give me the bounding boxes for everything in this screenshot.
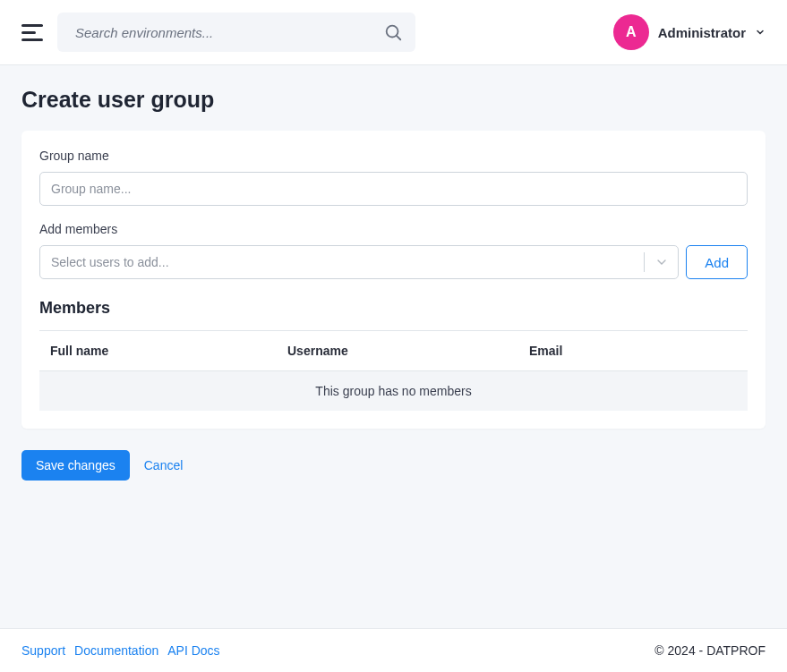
action-bar: Save changes Cancel [21,450,766,481]
group-name-field: Group name [39,149,748,206]
api-docs-link[interactable]: API Docs [167,643,219,658]
avatar: A [613,14,649,50]
select-placeholder: Select users to add... [40,255,644,269]
group-name-label: Group name [39,149,748,163]
add-button[interactable]: Add [686,245,748,279]
search-icon[interactable] [383,22,403,42]
footer-links: Support Documentation API Docs [21,643,220,658]
members-table: Full name Username Email This group has … [39,330,748,411]
page-title: Create user group [21,87,766,113]
save-button[interactable]: Save changes [21,450,130,481]
search-input[interactable] [57,13,415,52]
support-link[interactable]: Support [21,643,65,658]
column-fullname: Full name [50,344,287,358]
empty-state: This group has no members [39,371,748,411]
cancel-button[interactable]: Cancel [144,458,184,472]
form-card: Group name Add members Select users to a… [21,131,766,429]
app-footer: Support Documentation API Docs © 2024 - … [0,628,787,672]
search-wrap [57,13,415,52]
user-menu[interactable]: A Administrator [613,14,766,50]
column-username: Username [287,344,529,358]
svg-line-1 [397,36,400,39]
add-members-label: Add members [39,222,748,236]
footer-copyright: © 2024 - DATPROF [654,643,766,658]
main-content: Create user group Group name Add members… [0,65,787,628]
select-users-dropdown[interactable]: Select users to add... [39,245,679,279]
menu-toggle-button[interactable] [21,21,43,45]
table-header: Full name Username Email [39,330,748,371]
add-members-field: Add members Select users to add... Add [39,222,748,279]
app-header: A Administrator [0,0,787,65]
chevron-down-icon [755,27,766,38]
group-name-input[interactable] [39,172,748,206]
avatar-letter: A [626,24,637,40]
user-name: Administrator [658,25,746,40]
column-email: Email [529,344,737,358]
members-heading: Members [39,299,748,318]
chevron-down-icon [644,252,678,272]
documentation-link[interactable]: Documentation [74,643,158,658]
